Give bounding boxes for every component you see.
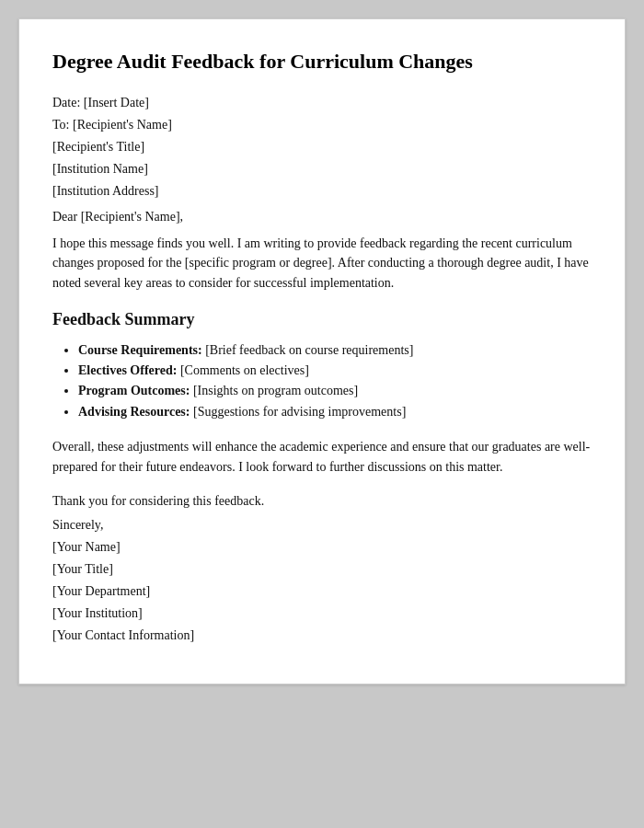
to-line: To: [Recipient's Name] (52, 118, 592, 132)
signature-institution: [Your Institution] (52, 606, 592, 621)
feedback-summary-heading: Feedback Summary (52, 310, 592, 329)
list-item-label-3: Program Outcomes: (78, 384, 190, 397)
list-item-text-1: [Brief feedback on course requirements] (202, 343, 414, 357)
institution-name-line: [Institution Name] (52, 162, 592, 177)
date-line: Date: [Insert Date] (52, 96, 592, 110)
intro-paragraph: I hope this message finds you well. I am… (52, 234, 592, 293)
list-item: Electives Offered: [Comments on elective… (78, 361, 592, 381)
salutation: Dear [Recipient's Name], (52, 210, 592, 224)
signature-department: [Your Department] (52, 584, 592, 599)
list-item: Course Requirements: [Brief feedback on … (78, 340, 592, 361)
list-item-text-4: [Suggestions for advising improvements] (190, 405, 406, 419)
document-container: Degree Audit Feedback for Curriculum Cha… (18, 18, 626, 684)
signature-contact: [Your Contact Information] (52, 628, 592, 643)
signature-name: [Your Name] (52, 540, 592, 555)
thank-you-line: Thank you for considering this feedback. (52, 494, 592, 509)
document-title: Degree Audit Feedback for Curriculum Cha… (52, 49, 592, 75)
closing-paragraph: Overall, these adjustments will enhance … (52, 437, 592, 477)
list-item-text-3: [Insights on program outcomes] (190, 384, 358, 397)
list-item-text-2: [Comments on electives] (177, 363, 308, 377)
list-item: Program Outcomes: [Insights on program o… (78, 381, 592, 401)
recipient-title-line: [Recipient's Title] (52, 140, 592, 155)
list-item: Advising Resources: [Suggestions for adv… (78, 402, 592, 422)
closing-word: Sincerely, (52, 518, 592, 533)
feedback-list: Course Requirements: [Brief feedback on … (52, 340, 592, 423)
list-item-label-2: Electives Offered: (78, 363, 177, 377)
institution-address-line: [Institution Address] (52, 184, 592, 199)
signature-title: [Your Title] (52, 562, 592, 577)
list-item-label-4: Advising Resources: (78, 405, 190, 419)
list-item-label-1: Course Requirements: (78, 343, 202, 357)
signature-block: [Your Name] [Your Title] [Your Departmen… (52, 540, 592, 643)
